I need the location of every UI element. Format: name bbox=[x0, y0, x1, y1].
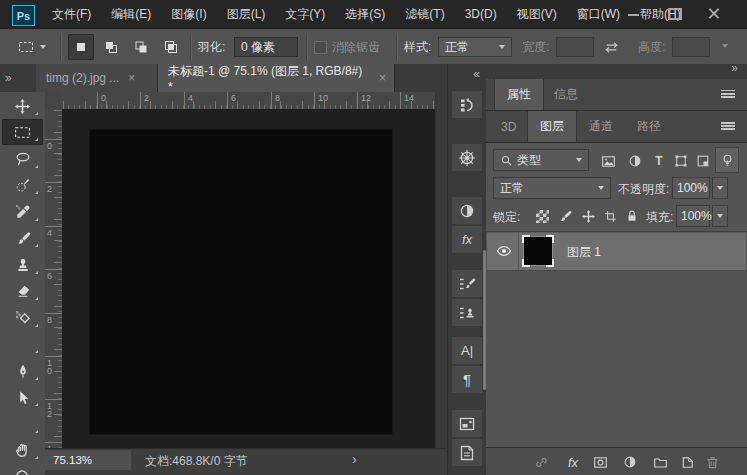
fill-dropdown-icon[interactable] bbox=[712, 205, 728, 227]
filter-shape-layer-icon[interactable] bbox=[669, 150, 693, 172]
tool-type[interactable] bbox=[2, 331, 43, 357]
dock-collapse-icon[interactable]: « bbox=[448, 64, 487, 88]
clone-source-panel-icon[interactable] bbox=[451, 298, 483, 327]
intersect-selection-mode-button[interactable] bbox=[158, 34, 184, 60]
panel-menu-icon[interactable] bbox=[721, 122, 735, 132]
link-layers-icon[interactable] bbox=[530, 453, 552, 471]
document-tab-untitled[interactable]: 未标题-1 @ 75.1% (图层 1, RGB/8#) * × bbox=[158, 64, 395, 92]
filter-type-layer-icon[interactable]: T bbox=[647, 150, 671, 172]
swap-width-height-icon[interactable] bbox=[604, 40, 619, 55]
subtract-selection-mode-button[interactable] bbox=[128, 34, 154, 60]
menu-view[interactable]: 视图(V) bbox=[507, 0, 567, 28]
filter-adjustment-layer-icon[interactable] bbox=[623, 150, 647, 172]
paragraph-panel-icon[interactable]: ¶ bbox=[451, 365, 483, 394]
menu-select[interactable]: 选择(S) bbox=[335, 0, 395, 28]
tool-path-selection[interactable] bbox=[2, 384, 43, 410]
lock-position-icon[interactable] bbox=[578, 207, 598, 225]
menu-3d[interactable]: 3D(D) bbox=[455, 0, 507, 28]
tool-rectangular-marquee[interactable] bbox=[2, 119, 43, 145]
tool-eyedropper[interactable] bbox=[2, 199, 43, 225]
tool-paint-bucket[interactable] bbox=[2, 305, 43, 331]
adjustments-panel-icon[interactable] bbox=[451, 196, 483, 225]
brush-presets-panel-icon[interactable] bbox=[451, 269, 483, 298]
tab-3d[interactable]: 3D bbox=[489, 111, 528, 142]
style-dropdown[interactable]: 正常 bbox=[438, 37, 512, 57]
add-layer-mask-icon[interactable] bbox=[589, 453, 611, 471]
vertical-ruler[interactable]: 0 2 4 6 8 10 12 14 bbox=[45, 109, 63, 448]
menu-filter[interactable]: 滤镜(T) bbox=[395, 0, 454, 28]
tab-info[interactable]: 信息 bbox=[542, 79, 590, 110]
options-more-dropdown-icon[interactable] bbox=[722, 44, 728, 48]
feather-input[interactable]: 0 像素 bbox=[234, 37, 298, 57]
lock-pixels-icon[interactable] bbox=[555, 207, 575, 225]
lock-artboard-icon[interactable] bbox=[600, 207, 620, 225]
menu-image[interactable]: 图像(I) bbox=[161, 0, 216, 28]
tab-paths[interactable]: 路径 bbox=[625, 111, 673, 142]
tab-channels[interactable]: 通道 bbox=[577, 111, 625, 142]
tab-properties[interactable]: 属性 bbox=[494, 79, 544, 110]
photoshop-app-icon[interactable]: Ps bbox=[12, 5, 35, 26]
character-panel-icon[interactable]: A| bbox=[451, 336, 483, 365]
wheel-panel-icon[interactable] bbox=[451, 143, 483, 172]
styles-fx-panel-icon[interactable]: fx bbox=[451, 225, 483, 254]
status-options-chevron[interactable]: › bbox=[352, 451, 357, 467]
new-layer-icon[interactable] bbox=[676, 453, 698, 471]
delete-layer-icon[interactable] bbox=[701, 453, 723, 471]
ruler-origin-corner[interactable] bbox=[45, 92, 63, 110]
antialias-checkbox[interactable] bbox=[314, 41, 327, 54]
width-input[interactable] bbox=[556, 37, 594, 57]
filter-lightbulb-toggle[interactable] bbox=[715, 147, 739, 173]
tool-zoom[interactable] bbox=[2, 464, 43, 475]
panel-menu-icon[interactable] bbox=[721, 90, 735, 100]
blend-mode-dropdown[interactable]: 正常 bbox=[493, 177, 611, 199]
tool-rounded-rectangle[interactable] bbox=[2, 411, 43, 437]
opacity-input[interactable]: 100% bbox=[672, 177, 710, 199]
close-icon[interactable] bbox=[705, 6, 723, 20]
layer-filter-type-dropdown[interactable]: 类型 bbox=[493, 149, 589, 171]
new-selection-mode-button[interactable] bbox=[68, 34, 94, 60]
maximize-icon[interactable] bbox=[665, 6, 683, 20]
fill-input[interactable]: 100% bbox=[676, 205, 710, 227]
new-adjustment-layer-icon[interactable] bbox=[619, 453, 641, 471]
tab-layers[interactable]: 图层 bbox=[527, 111, 577, 142]
close-tab-icon[interactable]: × bbox=[128, 72, 135, 84]
panel-collapse-icon[interactable]: » bbox=[731, 61, 737, 75]
menu-window[interactable]: 窗口(W) bbox=[567, 0, 630, 28]
lock-all-icon[interactable] bbox=[622, 207, 642, 225]
tool-quick-selection[interactable] bbox=[2, 172, 43, 198]
zoom-level-field[interactable]: 75.13% bbox=[45, 450, 131, 470]
tool-hand[interactable] bbox=[2, 437, 43, 463]
menu-layer[interactable]: 图层(L) bbox=[217, 0, 276, 28]
tool-clone-stamp[interactable] bbox=[2, 252, 43, 278]
new-group-icon[interactable] bbox=[649, 453, 671, 471]
tool-move[interactable] bbox=[2, 93, 43, 119]
opacity-dropdown-icon[interactable] bbox=[712, 177, 728, 199]
layer-style-fx-icon[interactable]: fx bbox=[562, 453, 584, 471]
tool-pen[interactable] bbox=[2, 358, 43, 384]
history-panel-icon[interactable] bbox=[451, 90, 483, 119]
menu-file[interactable]: 文件(F) bbox=[42, 0, 101, 28]
layer-comps-panel-icon[interactable] bbox=[451, 409, 483, 438]
add-selection-mode-button[interactable] bbox=[98, 34, 124, 60]
document-canvas[interactable] bbox=[90, 130, 392, 434]
document-tab-timg[interactable]: timg (2).jpg ... × bbox=[36, 64, 158, 92]
menu-edit[interactable]: 编辑(E) bbox=[101, 0, 161, 28]
lock-transparency-icon[interactable] bbox=[532, 207, 552, 225]
tool-preset-picker[interactable] bbox=[10, 34, 54, 60]
height-input[interactable] bbox=[672, 37, 710, 57]
layer-thumbnail[interactable] bbox=[523, 236, 553, 266]
layer-name[interactable]: 图层 1 bbox=[567, 244, 601, 261]
layer-visibility-eye-icon[interactable] bbox=[496, 243, 512, 259]
tool-brush[interactable] bbox=[2, 225, 43, 251]
minimize-icon[interactable] bbox=[625, 6, 643, 20]
filter-pixel-layer-icon[interactable] bbox=[596, 150, 620, 172]
horizontal-ruler[interactable]: 0 2 4 6 8 10 12 14 bbox=[62, 92, 435, 110]
layer-row[interactable]: 图层 1 bbox=[487, 232, 746, 271]
tool-eraser[interactable] bbox=[2, 278, 43, 304]
tool-lasso[interactable] bbox=[2, 146, 43, 172]
filter-smart-object-icon[interactable] bbox=[691, 150, 715, 172]
notes-panel-icon[interactable] bbox=[451, 438, 483, 467]
toolbar-collapse-icon[interactable]: » bbox=[5, 71, 10, 85]
close-tab-icon[interactable]: × bbox=[379, 72, 386, 84]
menu-type[interactable]: 文字(Y) bbox=[275, 0, 335, 28]
